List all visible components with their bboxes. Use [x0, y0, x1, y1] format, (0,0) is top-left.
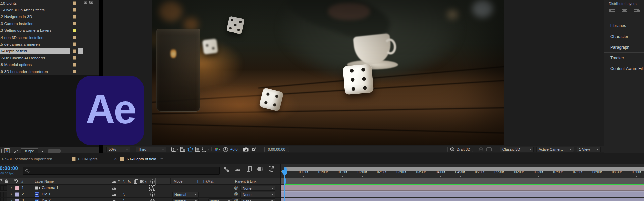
graph-editor-icon[interactable]: [269, 166, 274, 172]
expand-chevron[interactable]: ›: [11, 185, 12, 190]
project-item-name-area[interactable]: 6.10-Lights: [0, 0, 70, 6]
grid-guide-options-icon[interactable]: [195, 147, 200, 152]
work-area-bar[interactable]: [281, 178, 644, 184]
parent-link-dropdown[interactable]: None: [240, 186, 275, 191]
fast-previews-icon[interactable]: [171, 147, 178, 152]
project-item-name-area[interactable]: 6.5-de camera animeren: [0, 41, 70, 47]
video-toggle[interactable]: [0, 198, 4, 201]
video-toggle[interactable]: [0, 185, 4, 191]
reset-exposure-icon[interactable]: [223, 147, 228, 152]
motion-blur-icon[interactable]: [257, 167, 263, 171]
quality-switch[interactable]: \: [123, 192, 125, 197]
shy-layers-icon[interactable]: [235, 167, 241, 171]
project-item-name-area[interactable]: 6.1-Over 3D in After Effects: [0, 7, 70, 13]
close-icon[interactable]: ×: [114, 156, 117, 161]
project-item-name-area[interactable]: 6.2-Navigeren in 3D: [0, 14, 70, 20]
timeline-tab-active[interactable]: × 6.6-Depth of field ≡: [113, 153, 164, 164]
composition-viewport[interactable]: [103, 0, 604, 146]
shy-switch[interactable]: [112, 186, 116, 190]
quality-switch[interactable]: \: [123, 198, 125, 201]
ground-plane-icon[interactable]: [478, 147, 484, 151]
project-item-row[interactable]: 6.6-Depth of field: [0, 48, 99, 55]
layer-row[interactable]: › 2 Ps Die 1 \ Normal @ None: [0, 191, 280, 198]
layer-label-color[interactable]: [15, 192, 19, 197]
layer-row[interactable]: › 1 Ps Camera 1 \ @ None: [0, 185, 280, 191]
new-composition-icon[interactable]: [13, 148, 19, 153]
project-item-name-area[interactable]: 6.6-Depth of field: [0, 48, 70, 54]
parent-pickwhip-icon[interactable]: @: [234, 185, 238, 190]
timeline-tab[interactable]: 6.9-3D bestanden importeren: [2, 153, 52, 164]
project-item-name-area[interactable]: 6.3-Camera instellen: [0, 20, 70, 27]
region-of-interest-icon[interactable]: [202, 147, 209, 152]
sidebar-panel-header[interactable]: Tracker: [604, 52, 644, 63]
project-bit-depth-button[interactable]: 8 bpc: [21, 148, 38, 154]
timeline-search-box[interactable]: [23, 167, 220, 175]
label-color-swatch[interactable]: [73, 36, 76, 39]
horizontal-scrollbar-thumb[interactable]: [48, 149, 61, 153]
label-color-swatch[interactable]: [73, 70, 76, 73]
project-item-name-area[interactable]: 6.8-Material options: [0, 62, 70, 68]
shy-switch[interactable]: [112, 199, 116, 201]
blend-mode-dropdown[interactable]: Normal: [172, 192, 199, 197]
view-layout-dropdown[interactable]: 1 View: [577, 147, 601, 152]
project-item-row[interactable]: 6.9-3D bestanden importeren: [0, 68, 99, 75]
expand-chevron[interactable]: ›: [11, 198, 12, 201]
label-color-swatch[interactable]: [73, 22, 76, 25]
frame-blending-icon[interactable]: [247, 166, 252, 172]
search-input[interactable]: [31, 169, 205, 173]
distribute-right-icon[interactable]: [633, 8, 642, 14]
project-item-row[interactable]: 6.3-Camera instellen: [0, 20, 99, 27]
panel-mini-icon[interactable]: [84, 1, 87, 4]
project-item-row[interactable]: 6.7-De Cinema 4D renderer: [0, 55, 99, 61]
mask-path-visibility-icon[interactable]: [187, 147, 193, 152]
layer-name[interactable]: Camera 1: [42, 186, 59, 190]
sidebar-panel-header[interactable]: Paragraph: [604, 42, 644, 52]
project-item-row[interactable]: 6.5-de camera animeren: [0, 41, 99, 48]
layer-duration-bar[interactable]: [281, 191, 644, 197]
audio-toggle[interactable]: [4, 185, 7, 191]
take-snapshot-icon[interactable]: [243, 147, 249, 152]
project-item-name-area[interactable]: 6.4-een 3D scene instellen: [0, 34, 70, 41]
extended-viewer-icon[interactable]: [486, 147, 492, 151]
trash-icon[interactable]: [40, 148, 45, 153]
sidebar-panel-header[interactable]: Libraries: [604, 20, 644, 31]
timeline-tab[interactable]: 6.10-Lights: [72, 153, 98, 164]
panel-menu-icon[interactable]: ≡: [160, 156, 163, 162]
sidebar-panel-header[interactable]: Content-Aware Fill: [604, 63, 644, 74]
label-color-swatch[interactable]: [73, 56, 76, 60]
label-color-swatch[interactable]: [73, 42, 76, 46]
layer-label-color[interactable]: [15, 199, 19, 201]
label-color-swatch[interactable]: [73, 49, 76, 53]
viewer-timecode[interactable]: 0:00:00:00: [264, 147, 289, 152]
panel-mini-icon[interactable]: [89, 1, 93, 4]
transparency-grid-icon[interactable]: [180, 147, 185, 152]
project-item-row[interactable]: 6.3-Setting up a camera Layers: [0, 27, 99, 34]
audio-toggle[interactable]: [4, 198, 7, 201]
camera-option-icon[interactable]: [149, 185, 155, 191]
label-color-swatch[interactable]: [73, 15, 76, 19]
resolution-dropdown[interactable]: Third: [136, 147, 166, 152]
project-item-row[interactable]: 6.1-Over 3D in After Effects: [0, 7, 99, 13]
parent-pickwhip-icon[interactable]: @: [234, 192, 238, 196]
project-item-name-area[interactable]: 6.9-3D bestanden importeren: [0, 68, 70, 75]
project-item-name-area[interactable]: 6.7-De Cinema 4D renderer: [0, 55, 70, 61]
3d-layer-switch[interactable]: [150, 199, 155, 201]
layer-name[interactable]: Die 2: [42, 198, 51, 201]
shy-switch[interactable]: [112, 193, 116, 196]
layer-row[interactable]: › 3 Ps Die 2 \ Normal None @ None: [0, 198, 280, 201]
layer-label-color[interactable]: [15, 186, 19, 190]
audio-toggle[interactable]: [4, 192, 7, 197]
layer-name[interactable]: Die 1: [42, 192, 51, 196]
magnification-dropdown[interactable]: 50%: [106, 147, 130, 152]
expand-chevron[interactable]: ›: [11, 192, 12, 196]
label-color-swatch[interactable]: [73, 1, 76, 5]
label-color-swatch[interactable]: [73, 8, 76, 12]
sidebar-panel-header[interactable]: Character: [604, 31, 644, 42]
composition-mini-flowchart-icon[interactable]: [224, 167, 229, 172]
project-item-row[interactable]: 6.2-Navigeren in 3D: [0, 14, 99, 20]
project-item-row[interactable]: 6.8-Material options: [0, 62, 99, 68]
project-item-name-area[interactable]: 6.3-Setting up a camera Layers: [0, 27, 70, 34]
channel-settings-icon[interactable]: [214, 147, 221, 152]
blend-mode-dropdown[interactable]: Normal: [172, 198, 199, 201]
parent-pickwhip-icon[interactable]: @: [234, 198, 238, 201]
